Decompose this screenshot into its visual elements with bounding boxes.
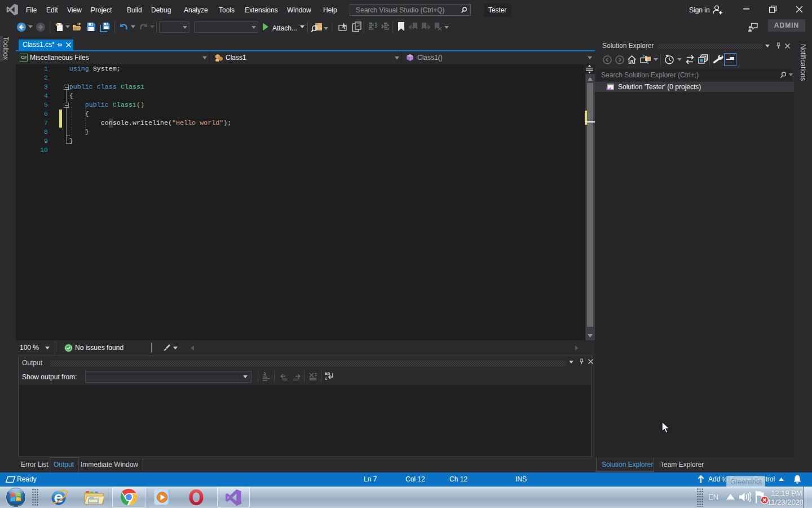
svg-text:ab: ab xyxy=(325,371,330,376)
svg-text:c: c xyxy=(325,376,328,381)
